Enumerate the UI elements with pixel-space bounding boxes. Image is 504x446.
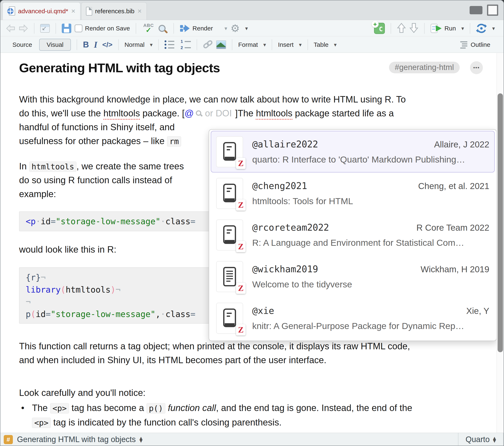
mode-selector-arrows-icon: ▲ ▼	[493, 437, 496, 442]
render-on-save-toggle[interactable]: Render on Save	[75, 24, 130, 32]
numbered-list-icon[interactable]: 1 2	[180, 39, 191, 50]
render-button[interactable]: Render ▾	[180, 24, 227, 33]
chevron-down-icon: ▾	[492, 25, 495, 32]
heading-options-button[interactable]: •••	[470, 61, 483, 74]
search-icon	[196, 110, 201, 116]
paragraph-style-select[interactable]: Normal ▾	[125, 41, 153, 48]
list-item: The <p> tag has become a p() function ca…	[32, 401, 504, 430]
code-button[interactable]: </>	[102, 41, 112, 49]
minimize-button[interactable]	[469, 6, 483, 14]
citation-id: @cheng2021	[252, 181, 307, 191]
citation-id: @wickham2019	[252, 264, 318, 274]
tab-advanced-ui-qmd[interactable]: advanced-ui.qmd* ✕	[2, 2, 80, 20]
divider	[77, 39, 77, 50]
run-button[interactable]: Run ▾	[431, 24, 464, 33]
zotero-icon: Z	[236, 324, 246, 335]
render-on-save-checkbox[interactable]	[75, 24, 83, 32]
paragraph: would look like this in R:	[19, 242, 116, 256]
citation-suggestions-popup: Z @allaire2022Allaire, J 2022 quarto: R …	[209, 129, 497, 341]
citation-item[interactable]: Z @xieXie, Y knitr: A General-Purpose Pa…	[211, 297, 495, 339]
render-options-button[interactable]: ⚙ ▾	[231, 22, 248, 34]
back-button[interactable]	[6, 24, 15, 33]
section-selector[interactable]: Generating HTML with tag objects	[17, 435, 136, 444]
outline-toggle[interactable]: Outline	[459, 41, 490, 49]
tab-label: advanced-ui.qmd*	[18, 8, 68, 15]
bullet-list-icon[interactable]	[164, 40, 174, 49]
render-icon	[180, 24, 190, 33]
citation-item[interactable]: Z @rcoreteam2022R Core Team 2022 R: A La…	[211, 214, 495, 256]
citation-id: @allaire2022	[252, 139, 318, 150]
insert-menu[interactable]: Insert ▾	[278, 41, 302, 48]
divider	[272, 39, 272, 50]
citation-author: Cheng, et al. 2021	[418, 181, 489, 191]
search-icon[interactable]	[159, 25, 166, 32]
anchor-id-badge[interactable]: #generating-html	[389, 62, 460, 73]
spellcheck-icon[interactable]: ABC ✓	[142, 23, 155, 34]
divider	[136, 23, 136, 34]
divider	[55, 23, 56, 34]
status-bar: # Generating HTML with tag objects ▲ ▼ Q…	[0, 433, 504, 446]
table-menu[interactable]: Table ▾	[314, 41, 337, 48]
save-icon[interactable]	[62, 24, 71, 33]
tab-bar: advanced-ui.qmd* ✕ references.bib ✕	[0, 0, 504, 20]
citation-item[interactable]: Z @wickham2019Wickham, H 2019 Welcome to…	[211, 256, 495, 297]
editor-surface[interactable]: Generating HTML with tag objects #genera…	[0, 53, 504, 433]
spellcheck-word: htmltools	[256, 108, 292, 118]
scrollbar[interactable]	[497, 53, 504, 433]
divider	[197, 39, 197, 50]
section-hash-icon: #	[4, 435, 13, 444]
run-icon	[431, 24, 442, 33]
close-icon[interactable]: ✕	[71, 8, 76, 14]
source-document-button[interactable]: ▾	[476, 23, 495, 33]
divider	[34, 23, 35, 34]
forward-button[interactable]	[19, 24, 28, 33]
image-icon[interactable]	[216, 40, 226, 49]
maximize-button[interactable]	[487, 4, 498, 16]
link-icon[interactable]	[203, 39, 213, 50]
close-icon[interactable]: ✕	[137, 8, 142, 14]
language-mode-selector[interactable]: Quarto ▲ ▼	[458, 433, 504, 446]
zotero-icon: Z	[236, 158, 246, 169]
article-icon: Z	[216, 261, 243, 292]
visual-mode-button[interactable]: Visual	[39, 39, 71, 51]
book-icon: Z	[216, 136, 243, 167]
gear-icon: ⚙	[231, 22, 240, 34]
divider	[158, 39, 159, 50]
bold-button[interactable]: B	[83, 40, 89, 49]
divider	[470, 23, 470, 34]
citation-author: Allaire, J 2022	[434, 139, 489, 150]
divider	[232, 39, 232, 50]
rstudio-window: advanced-ui.qmd* ✕ references.bib ✕ Rend…	[0, 0, 504, 446]
italic-button[interactable]: I	[92, 40, 99, 50]
plus-icon: +	[372, 21, 379, 28]
citation-item[interactable]: Z @cheng2021Cheng, et al. 2021 htmltools…	[211, 172, 495, 214]
rerun-icon	[476, 23, 487, 33]
bullet-list: • The <p> tag has become a p() function …	[19, 401, 504, 430]
citation-item[interactable]: Z @allaire2022Allaire, J 2022 quarto: R …	[211, 131, 495, 172]
format-menu[interactable]: Format ▾	[238, 41, 266, 48]
citation-title: htmltools: Tools for HTML	[252, 196, 489, 206]
divider	[391, 23, 391, 34]
book-icon: Z	[216, 220, 243, 251]
citation-title: Welcome to the tidyverse	[252, 279, 489, 290]
inline-code: htmltools	[29, 161, 76, 172]
main-toolbar: Render on Save ABC ✓ Render ▾ ⚙ ▾ C + Ru…	[0, 20, 504, 36]
source-mode-button[interactable]: Source	[9, 39, 36, 50]
go-previous-section-button[interactable]	[397, 23, 406, 34]
section-selector-arrows-icon[interactable]: ▲ ▼	[140, 437, 143, 442]
open-in-window-icon[interactable]	[40, 24, 50, 33]
quarto-file-icon	[7, 6, 15, 16]
render-label: Render	[193, 25, 213, 32]
outline-icon	[459, 41, 468, 49]
tab-references-bib[interactable]: references.bib ✕	[81, 2, 147, 20]
chevron-down-icon: ▾	[299, 42, 302, 48]
citation-input[interactable]: @	[184, 108, 194, 118]
chevron-down-icon[interactable]: ▾	[224, 25, 227, 32]
scrollbar-thumb[interactable]	[498, 93, 503, 352]
go-next-section-button[interactable]	[409, 23, 418, 34]
spellcheck-word: htmltools	[103, 108, 140, 118]
divider	[307, 39, 308, 50]
chevron-down-icon: ▾	[263, 42, 266, 48]
insert-chunk-icon[interactable]: C +	[374, 23, 385, 34]
window-controls	[464, 0, 504, 20]
